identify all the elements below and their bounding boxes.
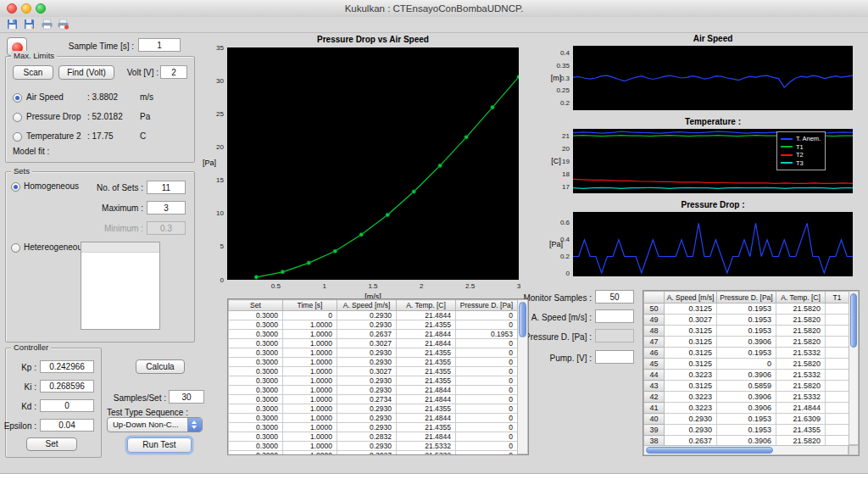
table-cell: 0.2930 xyxy=(337,423,397,432)
table-cell: 0.3000 xyxy=(229,404,283,414)
samples-per-set-input[interactable] xyxy=(169,390,204,404)
table-cell: 0.2930 xyxy=(665,414,717,425)
homogeneous-radio[interactable] xyxy=(11,182,20,192)
kd-input[interactable] xyxy=(40,399,94,412)
find-volt-button[interactable]: Find (Volt) xyxy=(58,65,114,80)
legend-label: T1 xyxy=(796,143,804,151)
pressure-drop-plot: Pressure Drop : [Pa] 00.20.40.6 xyxy=(542,198,854,280)
calcula-button[interactable]: Calcula xyxy=(136,359,185,374)
monitor-pump-input[interactable] xyxy=(595,350,634,364)
table-cell: 1.0000 xyxy=(283,376,337,386)
heterogeneous-label: Hetereogeneous xyxy=(24,242,86,252)
column-header: Pressure D. [Pa] xyxy=(456,300,518,311)
epsilon-label: Epsilon : xyxy=(4,421,36,431)
toolbar xyxy=(0,17,868,33)
table-cell: 0.2930 xyxy=(337,386,397,395)
samples-per-set-label: Samples/Set : xyxy=(114,393,166,403)
y-axis-tick: 25 xyxy=(197,110,224,118)
zoom-button[interactable] xyxy=(36,3,46,14)
table-cell: 1.0000 xyxy=(283,442,337,451)
table-cell: 0.3000 xyxy=(229,451,283,456)
table-row: 0.30001.00000.293021.43550 xyxy=(229,404,518,414)
table-cell: 0.2930 xyxy=(337,414,397,423)
pressure-drop-radio[interactable] xyxy=(13,113,22,122)
print-preview-button[interactable] xyxy=(56,18,70,31)
y-axis-tick: 0.35 xyxy=(542,62,570,70)
table-cell: 1.0000 xyxy=(283,451,337,456)
temperature-radio-label: Temperature 2 xyxy=(26,131,81,141)
controller-group: Controller Kp : Ki : Kd : Epsilon : Set xyxy=(5,348,102,458)
table-cell: 21.4355 xyxy=(397,376,456,386)
scan-button[interactable]: Scan xyxy=(13,65,53,80)
table-cell: 21.4355 xyxy=(397,358,456,367)
table-row: 0.30001.00000.293021.43550 xyxy=(229,348,518,358)
table-cell xyxy=(826,414,849,425)
column-header: Pressure D. [Pa] xyxy=(717,292,776,304)
heterogeneous-sets-listbox[interactable] xyxy=(81,242,160,330)
legend-label: T. Anem. xyxy=(796,135,821,142)
monitor-table-vscroll[interactable] xyxy=(849,291,859,445)
table-cell: 0.2930 xyxy=(337,320,397,330)
table-cell: 21.4844 xyxy=(397,386,456,395)
main-plot-ylabel: [Pa] xyxy=(195,159,224,167)
table-cell: 0.2930 xyxy=(337,376,397,386)
table-cell: 0 xyxy=(456,348,518,358)
kp-input[interactable] xyxy=(40,360,94,373)
set-button[interactable]: Set xyxy=(26,437,77,451)
no-of-sets-label: No. of Sets : xyxy=(97,183,143,192)
test-type-dropdown[interactable]: Up-Down Non-C... xyxy=(107,417,203,432)
row-number: 40 xyxy=(644,414,665,425)
air-speed-radio[interactable] xyxy=(13,93,22,103)
run-test-button[interactable]: Run Test xyxy=(127,437,192,453)
table-row: 390.29300.195321.4355 xyxy=(644,425,849,436)
heterogeneous-radio[interactable] xyxy=(11,243,20,253)
minimize-button[interactable] xyxy=(21,3,31,14)
samples-table-vscroll-thumb[interactable] xyxy=(519,302,526,337)
column-header: T1 xyxy=(826,292,849,304)
print-button[interactable] xyxy=(40,18,54,31)
ki-input[interactable] xyxy=(40,380,94,393)
sample-time-input[interactable] xyxy=(138,38,181,52)
monitor-table-vscroll-thumb[interactable] xyxy=(850,293,857,348)
y-axis-tick: 0.2 xyxy=(542,99,570,107)
volt-input[interactable] xyxy=(160,65,187,79)
close-button[interactable] xyxy=(7,3,17,14)
column-header: A. Temp. [C] xyxy=(397,300,456,311)
table-cell: 21.4355 xyxy=(776,425,826,436)
maximum-input[interactable] xyxy=(147,201,186,214)
air-speed-plot-canvas xyxy=(573,46,853,110)
table-row: 0.30001.00000.293021.48440 xyxy=(229,414,518,423)
table-cell: 0.3125 xyxy=(665,337,717,348)
dropdown-stepper-icon xyxy=(187,418,202,432)
table-cell: 0.3000 xyxy=(229,339,283,348)
table-cell: 21.4355 xyxy=(397,404,456,414)
no-of-sets-input[interactable] xyxy=(147,181,186,194)
table-cell: 21.4844 xyxy=(397,330,456,339)
table-cell: 0 xyxy=(456,320,518,330)
monitor-aspeed-input[interactable] xyxy=(595,309,634,323)
y-axis-tick: 0.4 xyxy=(542,236,570,243)
temperature-radio[interactable] xyxy=(13,132,22,142)
pressure-drop-max-unit: Pa xyxy=(140,112,150,121)
table-row: 440.32230.390621.5332 xyxy=(644,370,849,381)
table-cell: 21.5820 xyxy=(776,359,826,370)
save-button[interactable] xyxy=(5,18,19,31)
x-axis-tick: 1 xyxy=(311,282,338,290)
monitor-table-hscroll[interactable] xyxy=(643,445,849,455)
epsilon-input[interactable] xyxy=(40,419,94,432)
table-cell xyxy=(826,348,849,359)
monitor-table-hscroll-thumb[interactable] xyxy=(646,447,773,454)
pressure-vs-speed-marker xyxy=(517,75,519,79)
table-cell xyxy=(826,359,849,370)
monitor-pressure-input xyxy=(595,329,634,343)
y-axis-tick: 0.4 xyxy=(542,49,570,57)
table-cell: 0 xyxy=(456,339,518,348)
y-axis-tick: 0 xyxy=(197,276,224,284)
sets-group: Sets Homogeneous No. of Sets : Maximum :… xyxy=(5,171,195,343)
save-as-button[interactable] xyxy=(22,18,36,31)
samples-table-vscroll[interactable] xyxy=(517,299,528,454)
main-plot: Pressure Drop vs Air Speed [Pa] [m/s] 05… xyxy=(195,32,534,298)
monitor-samples-input[interactable] xyxy=(595,290,634,304)
table-cell: 0.3125 xyxy=(665,359,717,370)
max-limits-title: Max. Limits xyxy=(11,51,57,60)
